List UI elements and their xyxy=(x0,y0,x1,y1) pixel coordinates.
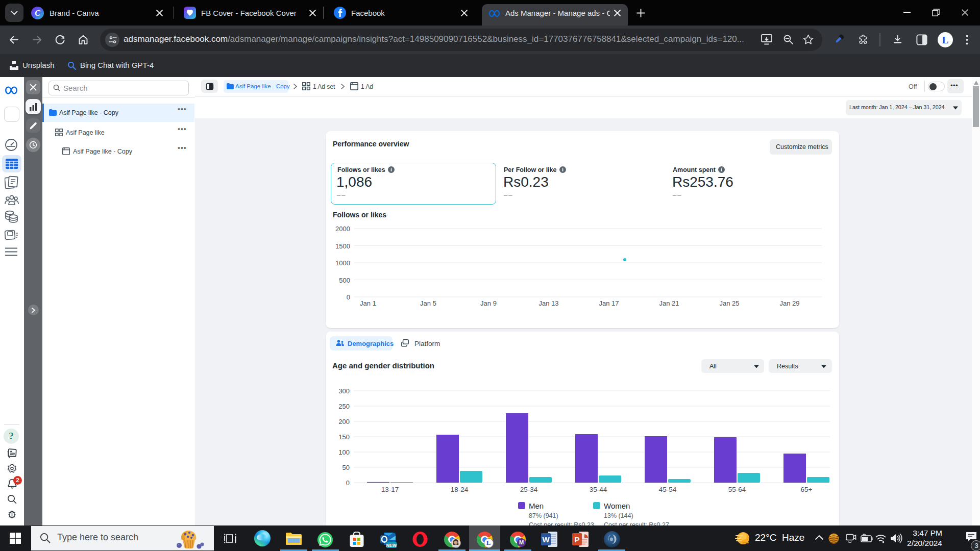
svg-text:50: 50 xyxy=(342,464,350,471)
svg-text:C: C xyxy=(35,9,40,17)
svg-text:500: 500 xyxy=(339,277,350,284)
svg-text:300: 300 xyxy=(338,387,350,395)
svg-text:NEW: NEW xyxy=(386,543,397,548)
svg-text:200: 200 xyxy=(338,418,350,425)
svg-text:Jan 21: Jan 21 xyxy=(659,299,679,307)
svg-text:25-34: 25-34 xyxy=(520,486,538,493)
svg-text:65+: 65+ xyxy=(801,486,813,493)
svg-text:Jan 5: Jan 5 xyxy=(420,299,436,307)
svg-text:35-44: 35-44 xyxy=(590,486,607,493)
svg-text:Jan 1: Jan 1 xyxy=(360,299,376,307)
svg-text:0: 0 xyxy=(347,293,350,301)
svg-text:1000: 1000 xyxy=(335,259,350,267)
svg-text:18-24: 18-24 xyxy=(451,486,469,493)
svg-text:Jan 13: Jan 13 xyxy=(538,299,558,307)
svg-text:Jan 9: Jan 9 xyxy=(480,299,497,307)
svg-text:55-64: 55-64 xyxy=(728,486,746,493)
svg-text:Jan 17: Jan 17 xyxy=(599,299,619,307)
svg-text:0: 0 xyxy=(346,479,350,487)
svg-text:250: 250 xyxy=(338,403,350,410)
svg-text:150: 150 xyxy=(338,433,350,441)
svg-text:P: P xyxy=(574,535,579,544)
svg-text:100: 100 xyxy=(338,448,350,456)
svg-text:1500: 1500 xyxy=(335,242,350,250)
svg-text:45-54: 45-54 xyxy=(659,486,677,493)
svg-text:Jan 25: Jan 25 xyxy=(719,299,739,307)
svg-text:Jan 29: Jan 29 xyxy=(779,299,799,307)
svg-text:W: W xyxy=(542,535,550,544)
svg-text:13-17: 13-17 xyxy=(381,486,399,493)
svg-text:2000: 2000 xyxy=(335,225,350,233)
